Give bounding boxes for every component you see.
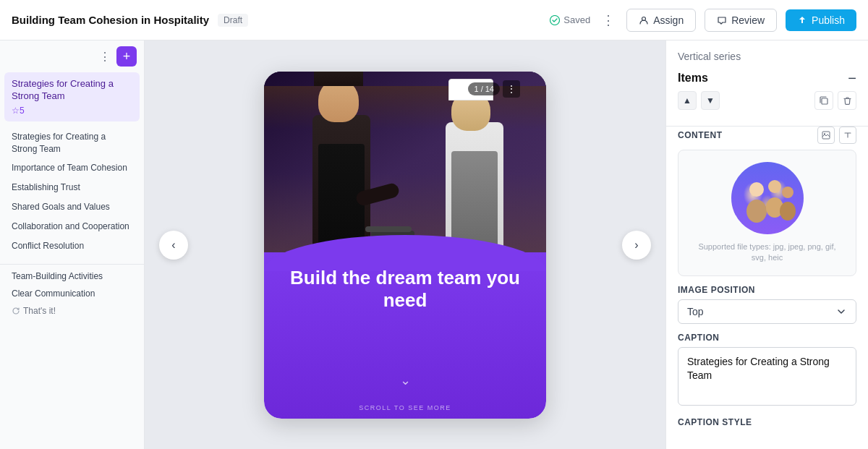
items-controls: ▲ ▼ xyxy=(678,91,856,110)
prev-slide-button[interactable]: ‹ xyxy=(159,231,188,260)
svg-point-0 xyxy=(550,15,560,25)
image-position-section: IMAGE POSITION Top xyxy=(666,285,868,333)
copy-button[interactable] xyxy=(814,91,833,110)
chevron-down-icon xyxy=(835,306,847,317)
slide-badge: 1 / 14 ⋮ xyxy=(468,80,520,98)
main-layout: ⋮ + Strategies for Creating a Strong Tea… xyxy=(0,40,868,449)
delete-button[interactable] xyxy=(838,91,856,110)
content-section: CONTENT xyxy=(666,127,868,285)
list-item[interactable]: Team-Building Activities xyxy=(4,268,140,285)
content-icons xyxy=(817,127,856,144)
down-button[interactable]: ▼ xyxy=(701,91,720,110)
next-slide-button[interactable]: › xyxy=(622,231,651,260)
review-icon xyxy=(717,15,727,25)
right-panel: Vertical series Items − ▲ ▼ xyxy=(665,40,868,449)
sidebar-more-button[interactable]: ⋮ xyxy=(99,50,111,64)
series-title: Vertical series xyxy=(678,51,856,62)
svg-point-9 xyxy=(782,187,793,198)
image-position-label: IMAGE POSITION xyxy=(678,285,856,295)
content-label-row: CONTENT xyxy=(678,127,856,144)
saved-status: Saved xyxy=(550,14,590,25)
document-title: Building Team Cohesion in Hospitality xyxy=(12,14,209,26)
publish-button[interactable]: Publish xyxy=(786,9,856,31)
sidebar-footer: That's it! xyxy=(4,302,140,320)
image-position-dropdown[interactable]: Top xyxy=(678,299,856,324)
star-icon: ☆5 xyxy=(12,106,25,116)
copy-icon xyxy=(820,96,829,106)
list-item[interactable]: Shared Goals and Values xyxy=(4,197,140,217)
assign-button[interactable]: Assign xyxy=(626,9,696,32)
svg-point-6 xyxy=(746,200,767,223)
assign-icon xyxy=(639,15,649,25)
trash-icon xyxy=(843,96,852,106)
image-position-value: Top xyxy=(687,306,704,317)
image-icon xyxy=(822,131,830,140)
slide-menu-button[interactable]: ⋮ xyxy=(503,80,520,98)
slide-purple-section: Build the dream team you need ⌄ SCROLL T… xyxy=(264,252,546,419)
list-item[interactable]: Importance of Team Cohesion xyxy=(4,158,140,178)
people-overlay xyxy=(731,162,804,234)
slide-headline: Build the dream team you need xyxy=(264,267,546,312)
svg-rect-2 xyxy=(822,98,827,104)
sidebar-stars: ☆5 xyxy=(12,106,132,116)
svg-point-7 xyxy=(768,180,781,193)
svg-point-10 xyxy=(780,202,796,221)
avatar-image xyxy=(731,162,804,234)
caption-style-label: CAPTION STYLE xyxy=(678,417,856,427)
list-item[interactable]: Establishing Trust xyxy=(4,178,140,197)
text-icon xyxy=(843,131,852,140)
sidebar-active-item[interactable]: Strategies for Creating a Strong Team ☆5 xyxy=(4,72,140,121)
file-types-text: Supported file types: jpg, jpeg, png, gi… xyxy=(690,241,844,264)
image-icon-button[interactable] xyxy=(817,127,835,144)
scroll-chevron-icon: ⌄ xyxy=(400,372,411,388)
slide-image-area: 1 / 14 ⋮ xyxy=(264,72,546,260)
slide-card: 1 / 14 ⋮ Build the dream team you need ⌄… xyxy=(264,72,546,419)
sidebar-bottom: Team-Building Activities Clear Communica… xyxy=(0,264,144,322)
caption-style-section: CAPTION STYLE xyxy=(666,417,868,436)
up-button[interactable]: ▲ xyxy=(678,91,697,110)
publish-icon xyxy=(797,15,807,25)
caption-label: CAPTION xyxy=(678,333,856,343)
svg-point-5 xyxy=(749,182,764,197)
list-item[interactable]: Clear Communication xyxy=(4,285,140,302)
app-header: Building Team Cohesion in Hospitality Dr… xyxy=(0,0,868,40)
collapse-items-button[interactable]: − xyxy=(848,71,856,85)
right-panel-header: Vertical series Items − ▲ ▼ xyxy=(666,40,868,127)
image-upload-area[interactable]: Supported file types: jpg, jpeg, png, gi… xyxy=(678,150,856,276)
sidebar-add-button[interactable]: + xyxy=(116,46,137,67)
caption-input[interactable] xyxy=(678,347,856,406)
scroll-label: SCROLL TO SEE MORE xyxy=(359,404,451,411)
draft-badge: Draft xyxy=(218,14,248,27)
text-icon-button[interactable] xyxy=(839,127,856,144)
list-item[interactable]: Collaboration and Cooperation xyxy=(4,217,140,236)
content-label: CONTENT xyxy=(678,130,723,140)
footer-label: That's it! xyxy=(23,306,56,316)
refresh-icon xyxy=(12,307,20,315)
sidebar-list: Strategies for Creating a Strong Team Im… xyxy=(0,124,144,259)
check-icon xyxy=(550,15,560,25)
caption-section: CAPTION xyxy=(666,333,868,417)
slide-canvas: ‹ xyxy=(145,40,665,449)
slide-background xyxy=(264,72,546,260)
slide-counter: 1 / 14 xyxy=(468,82,500,95)
more-options-button[interactable]: ⋮ xyxy=(599,12,618,28)
items-header: Items − xyxy=(678,71,856,85)
sidebar-header: ⋮ + xyxy=(0,40,144,72)
sidebar-active-item-text: Strategies for Creating a Strong Team xyxy=(12,78,132,103)
review-button[interactable]: Review xyxy=(705,9,777,32)
sidebar: ⋮ + Strategies for Creating a Strong Tea… xyxy=(0,40,145,449)
list-item[interactable]: Strategies for Creating a Strong Team xyxy=(4,127,140,159)
items-title: Items xyxy=(678,72,708,85)
list-item[interactable]: Conflict Resolution xyxy=(4,236,140,256)
